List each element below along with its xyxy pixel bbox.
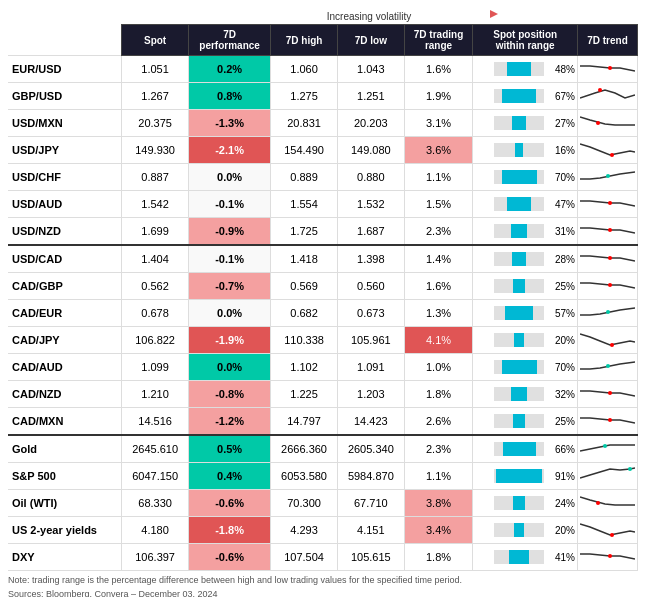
- spot-bar-fill: [511, 224, 527, 238]
- pair-label: CAD/EUR: [8, 300, 122, 327]
- trend-cell: [578, 354, 638, 381]
- pair-label: CAD/GBP: [8, 273, 122, 300]
- perf-value: -1.2%: [188, 408, 270, 436]
- spot-pct: 67%: [547, 91, 575, 102]
- svg-point-12: [610, 343, 614, 347]
- low-value: 1.251: [337, 83, 404, 110]
- spot-pct: 66%: [547, 444, 575, 455]
- pair-label: CAD/AUD: [8, 354, 122, 381]
- spot-bar-bg: [494, 360, 544, 374]
- spot-position-cell: 20%: [473, 327, 578, 354]
- high-value: 1.418: [271, 245, 338, 273]
- spot-position-cell: 24%: [473, 490, 578, 517]
- spot-pct: 16%: [547, 145, 575, 156]
- low-value: 0.673: [337, 300, 404, 327]
- high-value: 6053.580: [271, 463, 338, 490]
- trend-sparkline: [580, 383, 635, 403]
- range-value: 1.8%: [404, 544, 473, 571]
- spot-position-cell: 67%: [473, 83, 578, 110]
- spot-bar-fill: [509, 550, 530, 564]
- svg-point-2: [608, 66, 612, 70]
- spot-bar-fill: [507, 197, 531, 211]
- svg-point-9: [608, 256, 612, 260]
- range-value: 3.1%: [404, 110, 473, 137]
- volatility-label: Increasing volatility: [327, 11, 411, 22]
- trend-cell: [578, 218, 638, 246]
- pair-label: EUR/USD: [8, 56, 122, 83]
- trend-sparkline: [580, 492, 635, 512]
- note1: Note: trading range is the percentage di…: [8, 575, 638, 585]
- spot-bar-bg: [494, 170, 544, 184]
- low-value: 67.710: [337, 490, 404, 517]
- trend-sparkline: [580, 410, 635, 430]
- range-value: 1.5%: [404, 191, 473, 218]
- pair-label: CAD/JPY: [8, 327, 122, 354]
- svg-point-17: [628, 467, 632, 471]
- pair-label: CAD/NZD: [8, 381, 122, 408]
- range-value: 4.1%: [404, 327, 473, 354]
- spot-bar-bg: [494, 333, 544, 347]
- perf-value: 0.0%: [188, 300, 270, 327]
- spot-pct: 32%: [547, 389, 575, 400]
- spot-position-cell: 66%: [473, 435, 578, 463]
- high-value: 4.293: [271, 517, 338, 544]
- pair-label: S&P 500: [8, 463, 122, 490]
- perf-value: 0.4%: [188, 463, 270, 490]
- high-value: 154.490: [271, 137, 338, 164]
- pair-label: DXY: [8, 544, 122, 571]
- trend-sparkline: [580, 519, 635, 539]
- trend-sparkline: [580, 193, 635, 213]
- perf-value: 0.5%: [188, 435, 270, 463]
- perf-value: -0.1%: [188, 191, 270, 218]
- high-value: 110.338: [271, 327, 338, 354]
- spot-position-cell: 57%: [473, 300, 578, 327]
- pair-label: USD/CHF: [8, 164, 122, 191]
- perf-value: -1.3%: [188, 110, 270, 137]
- volatility-header: Increasing volatility: [8, 8, 638, 22]
- col-header-high: 7D high: [271, 25, 338, 56]
- spot-pct: 41%: [547, 552, 575, 563]
- trend-sparkline: [580, 139, 635, 159]
- range-value: 1.9%: [404, 83, 473, 110]
- range-value: 1.3%: [404, 300, 473, 327]
- range-value: 3.6%: [404, 137, 473, 164]
- col-header-spot-pos: Spot positionwithin range: [473, 25, 578, 56]
- perf-value: -0.8%: [188, 381, 270, 408]
- spot-bar-fill: [496, 469, 542, 483]
- trend-cell: [578, 191, 638, 218]
- pair-label: Oil (WTI): [8, 490, 122, 517]
- spot-bar-fill: [502, 89, 536, 103]
- spot-value: 4.180: [122, 517, 189, 544]
- spot-value: 1.404: [122, 245, 189, 273]
- pair-label: US 2-year yields: [8, 517, 122, 544]
- trend-sparkline: [580, 85, 635, 105]
- spot-bar-fill: [514, 523, 524, 537]
- trend-cell: [578, 490, 638, 517]
- note2: Sources: Bloomberg, Convera – December 0…: [8, 589, 638, 597]
- trend-cell: [578, 300, 638, 327]
- high-value: 1.554: [271, 191, 338, 218]
- range-value: 2.3%: [404, 435, 473, 463]
- perf-value: 0.8%: [188, 83, 270, 110]
- trend-cell: [578, 56, 638, 83]
- spot-pct: 28%: [547, 254, 575, 265]
- spot-value: 1.051: [122, 56, 189, 83]
- svg-point-13: [606, 364, 610, 368]
- spot-position-cell: 70%: [473, 354, 578, 381]
- spot-pct: 20%: [547, 335, 575, 346]
- spot-bar-fill: [512, 252, 526, 266]
- spot-bar-bg: [494, 306, 544, 320]
- low-value: 1.398: [337, 245, 404, 273]
- spot-position-cell: 91%: [473, 463, 578, 490]
- svg-point-11: [606, 310, 610, 314]
- low-value: 149.080: [337, 137, 404, 164]
- spot-position-cell: 48%: [473, 56, 578, 83]
- spot-bar-fill: [512, 116, 526, 130]
- spot-pct: 91%: [547, 471, 575, 482]
- spot-pct: 31%: [547, 226, 575, 237]
- perf-value: 0.0%: [188, 164, 270, 191]
- svg-point-18: [596, 501, 600, 505]
- trend-cell: [578, 408, 638, 436]
- col-header-perf: 7Dperformance: [188, 25, 270, 56]
- spot-bar-bg: [494, 550, 544, 564]
